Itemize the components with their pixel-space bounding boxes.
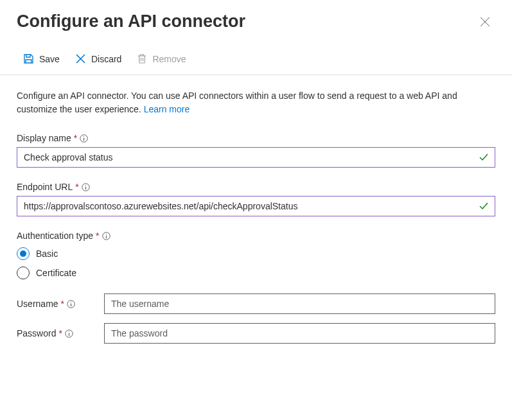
svg-point-9 bbox=[69, 331, 69, 332]
page-title: Configure an API connector bbox=[17, 12, 245, 31]
password-label: Password * bbox=[17, 328, 93, 338]
endpoint-url-input[interactable] bbox=[17, 196, 495, 216]
auth-type-label: Authentication type * bbox=[17, 231, 495, 241]
endpoint-url-label: Endpoint URL * bbox=[17, 182, 495, 192]
close-icon bbox=[480, 17, 490, 29]
remove-button: Remove bbox=[130, 51, 192, 67]
save-label: Save bbox=[39, 54, 60, 64]
display-name-label: Display name * bbox=[17, 133, 495, 143]
required-indicator: * bbox=[58, 328, 62, 338]
required-indicator: * bbox=[74, 133, 77, 143]
auth-type-certificate-radio[interactable]: Certificate bbox=[17, 267, 495, 279]
auth-type-basic-radio[interactable]: Basic bbox=[17, 247, 495, 260]
info-icon[interactable] bbox=[82, 183, 90, 191]
discard-icon bbox=[75, 53, 86, 64]
radio-label: Basic bbox=[36, 249, 58, 259]
svg-point-7 bbox=[71, 302, 71, 302]
radio-icon bbox=[17, 267, 30, 279]
check-icon bbox=[479, 201, 489, 211]
username-input[interactable] bbox=[104, 293, 495, 314]
description-text: Configure an API connector. You can use … bbox=[17, 89, 495, 116]
save-button[interactable]: Save bbox=[17, 51, 66, 67]
toolbar: Save Discard Remove bbox=[0, 34, 512, 75]
info-icon[interactable] bbox=[102, 232, 110, 240]
check-icon bbox=[479, 152, 489, 162]
radio-label: Certificate bbox=[36, 268, 76, 278]
username-label: Username * bbox=[17, 299, 93, 309]
svg-point-5 bbox=[105, 234, 106, 234]
info-icon[interactable] bbox=[80, 134, 88, 143]
save-icon bbox=[23, 53, 34, 64]
discard-label: Discard bbox=[91, 54, 121, 64]
password-input[interactable] bbox=[104, 323, 495, 344]
required-indicator: * bbox=[75, 182, 78, 192]
required-indicator: * bbox=[61, 299, 64, 309]
radio-icon bbox=[17, 247, 30, 260]
remove-label: Remove bbox=[152, 54, 186, 64]
svg-point-1 bbox=[84, 136, 84, 137]
discard-button[interactable]: Discard bbox=[69, 51, 128, 67]
display-name-input[interactable] bbox=[17, 147, 495, 168]
learn-more-link[interactable]: Learn more bbox=[144, 104, 190, 114]
required-indicator: * bbox=[96, 231, 99, 241]
trash-icon bbox=[137, 53, 147, 64]
svg-point-3 bbox=[85, 185, 86, 186]
info-icon[interactable] bbox=[67, 300, 75, 308]
info-icon[interactable] bbox=[65, 329, 73, 338]
close-button[interactable] bbox=[475, 12, 495, 34]
